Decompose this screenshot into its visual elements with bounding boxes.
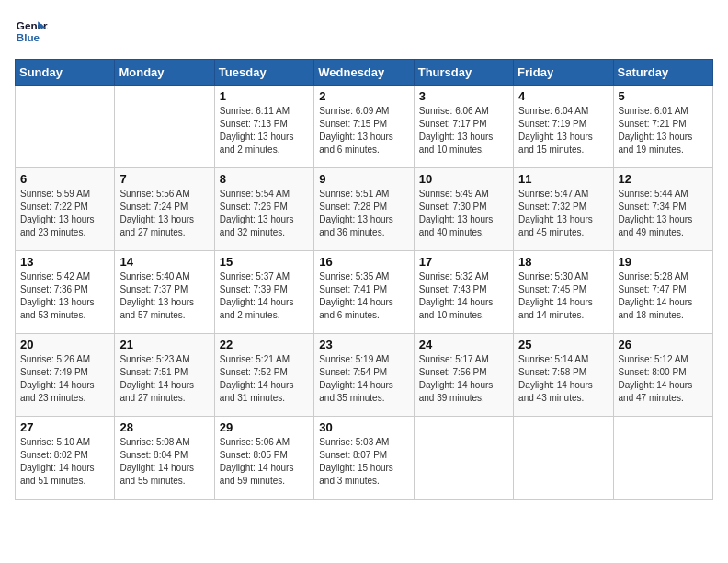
day-number: 3 [419, 89, 508, 103]
day-number: 14 [119, 255, 209, 269]
day-number: 11 [518, 172, 608, 186]
day-number: 26 [619, 338, 708, 351]
day-cell: 28Sunrise: 5:08 AM Sunset: 8:04 PM Dayli… [115, 417, 214, 500]
day-number: 18 [518, 255, 608, 269]
calendar-table: SundayMondayTuesdayWednesdayThursdayFrid… [15, 59, 713, 500]
day-info: Sunrise: 5:03 AM Sunset: 8:07 PM Dayligh… [319, 436, 408, 488]
week-row-1: 1Sunrise: 6:11 AM Sunset: 7:13 PM Daylig… [16, 86, 713, 168]
day-info: Sunrise: 5:56 AM Sunset: 7:24 PM Dayligh… [119, 188, 209, 239]
day-info: Sunrise: 5:42 AM Sunset: 7:36 PM Dayligh… [20, 270, 109, 322]
day-info: Sunrise: 5:47 AM Sunset: 7:32 PM Dayligh… [518, 188, 608, 239]
day-info: Sunrise: 5:40 AM Sunset: 7:37 PM Dayligh… [119, 270, 209, 322]
day-info: Sunrise: 5:59 AM Sunset: 7:22 PM Dayligh… [20, 188, 109, 239]
day-info: Sunrise: 5:51 AM Sunset: 7:28 PM Dayligh… [319, 188, 408, 239]
day-cell: 9Sunrise: 5:51 AM Sunset: 7:28 PM Daylig… [314, 168, 414, 251]
weekday-header-thursday: Thursday [414, 60, 513, 86]
day-number: 24 [419, 338, 508, 351]
day-number: 29 [220, 420, 309, 434]
day-cell: 17Sunrise: 5:32 AM Sunset: 7:43 PM Dayli… [414, 251, 513, 334]
day-info: Sunrise: 5:06 AM Sunset: 8:05 PM Dayligh… [220, 436, 309, 488]
weekday-header-row: SundayMondayTuesdayWednesdayThursdayFrid… [16, 60, 713, 86]
svg-text:General: General [17, 19, 48, 31]
day-info: Sunrise: 6:06 AM Sunset: 7:17 PM Dayligh… [419, 105, 508, 156]
day-cell: 2Sunrise: 6:09 AM Sunset: 7:15 PM Daylig… [314, 86, 414, 168]
day-info: Sunrise: 5:21 AM Sunset: 7:52 PM Dayligh… [220, 353, 309, 405]
day-number: 25 [518, 338, 608, 351]
day-info: Sunrise: 5:54 AM Sunset: 7:26 PM Dayligh… [220, 188, 309, 239]
day-info: Sunrise: 6:11 AM Sunset: 7:13 PM Dayligh… [220, 105, 309, 156]
day-number: 7 [119, 172, 209, 186]
day-info: Sunrise: 5:35 AM Sunset: 7:41 PM Dayligh… [319, 270, 408, 322]
weekday-header-monday: Monday [115, 60, 214, 86]
day-number: 1 [220, 89, 309, 103]
day-number: 21 [119, 338, 209, 351]
weekday-header-wednesday: Wednesday [314, 60, 414, 86]
day-cell: 21Sunrise: 5:23 AM Sunset: 7:51 PM Dayli… [115, 334, 214, 417]
day-number: 15 [220, 255, 309, 269]
day-cell [414, 417, 513, 500]
day-number: 30 [319, 420, 408, 434]
day-cell: 14Sunrise: 5:40 AM Sunset: 7:37 PM Dayli… [115, 251, 214, 334]
day-number: 20 [20, 338, 109, 351]
day-info: Sunrise: 5:10 AM Sunset: 8:02 PM Dayligh… [20, 436, 109, 488]
week-row-2: 6Sunrise: 5:59 AM Sunset: 7:22 PM Daylig… [16, 168, 713, 251]
day-number: 22 [220, 338, 309, 351]
day-info: Sunrise: 6:04 AM Sunset: 7:19 PM Dayligh… [518, 105, 608, 156]
page-header: General Blue [15, 15, 713, 48]
day-info: Sunrise: 5:19 AM Sunset: 7:54 PM Dayligh… [319, 353, 408, 405]
day-number: 8 [220, 172, 309, 186]
day-info: Sunrise: 5:49 AM Sunset: 7:30 PM Dayligh… [419, 188, 508, 239]
week-row-3: 13Sunrise: 5:42 AM Sunset: 7:36 PM Dayli… [16, 251, 713, 334]
day-cell: 3Sunrise: 6:06 AM Sunset: 7:17 PM Daylig… [414, 86, 513, 168]
day-cell: 11Sunrise: 5:47 AM Sunset: 7:32 PM Dayli… [514, 168, 613, 251]
day-number: 5 [619, 89, 708, 103]
day-number: 4 [518, 89, 608, 103]
day-info: Sunrise: 5:08 AM Sunset: 8:04 PM Dayligh… [119, 436, 209, 488]
day-number: 13 [20, 255, 109, 269]
week-row-5: 27Sunrise: 5:10 AM Sunset: 8:02 PM Dayli… [16, 417, 713, 500]
day-number: 28 [119, 420, 209, 434]
day-cell: 16Sunrise: 5:35 AM Sunset: 7:41 PM Dayli… [314, 251, 414, 334]
week-row-4: 20Sunrise: 5:26 AM Sunset: 7:49 PM Dayli… [16, 334, 713, 417]
day-cell: 8Sunrise: 5:54 AM Sunset: 7:26 PM Daylig… [214, 168, 313, 251]
day-cell: 4Sunrise: 6:04 AM Sunset: 7:19 PM Daylig… [514, 86, 613, 168]
day-number: 6 [20, 172, 109, 186]
day-number: 9 [319, 172, 408, 186]
day-info: Sunrise: 6:09 AM Sunset: 7:15 PM Dayligh… [319, 105, 408, 156]
day-number: 17 [419, 255, 508, 269]
day-cell [16, 86, 115, 168]
day-info: Sunrise: 5:17 AM Sunset: 7:56 PM Dayligh… [419, 353, 508, 405]
day-cell: 15Sunrise: 5:37 AM Sunset: 7:39 PM Dayli… [214, 251, 313, 334]
day-cell: 29Sunrise: 5:06 AM Sunset: 8:05 PM Dayli… [214, 417, 313, 500]
day-number: 12 [619, 172, 708, 186]
day-cell: 10Sunrise: 5:49 AM Sunset: 7:30 PM Dayli… [414, 168, 513, 251]
logo: General Blue [15, 15, 51, 48]
day-info: Sunrise: 5:23 AM Sunset: 7:51 PM Dayligh… [119, 353, 209, 405]
day-cell [613, 417, 712, 500]
day-info: Sunrise: 5:26 AM Sunset: 7:49 PM Dayligh… [20, 353, 109, 405]
day-info: Sunrise: 5:37 AM Sunset: 7:39 PM Dayligh… [220, 270, 309, 322]
day-cell: 23Sunrise: 5:19 AM Sunset: 7:54 PM Dayli… [314, 334, 414, 417]
day-info: Sunrise: 5:28 AM Sunset: 7:47 PM Dayligh… [619, 270, 708, 322]
day-cell: 30Sunrise: 5:03 AM Sunset: 8:07 PM Dayli… [314, 417, 414, 500]
logo-icon: General Blue [15, 15, 48, 48]
day-cell: 7Sunrise: 5:56 AM Sunset: 7:24 PM Daylig… [115, 168, 214, 251]
weekday-header-sunday: Sunday [16, 60, 115, 86]
day-info: Sunrise: 5:12 AM Sunset: 8:00 PM Dayligh… [619, 353, 708, 405]
day-cell: 22Sunrise: 5:21 AM Sunset: 7:52 PM Dayli… [214, 334, 313, 417]
svg-text:Blue: Blue [17, 31, 40, 43]
weekday-header-saturday: Saturday [613, 60, 712, 86]
day-cell: 13Sunrise: 5:42 AM Sunset: 7:36 PM Dayli… [16, 251, 115, 334]
day-cell: 27Sunrise: 5:10 AM Sunset: 8:02 PM Dayli… [16, 417, 115, 500]
day-cell [115, 86, 214, 168]
day-info: Sunrise: 5:44 AM Sunset: 7:34 PM Dayligh… [619, 188, 708, 239]
day-info: Sunrise: 5:14 AM Sunset: 7:58 PM Dayligh… [518, 353, 608, 405]
day-cell: 5Sunrise: 6:01 AM Sunset: 7:21 PM Daylig… [613, 86, 712, 168]
day-info: Sunrise: 6:01 AM Sunset: 7:21 PM Dayligh… [619, 105, 708, 156]
day-number: 27 [20, 420, 109, 434]
day-number: 2 [319, 89, 408, 103]
day-cell: 6Sunrise: 5:59 AM Sunset: 7:22 PM Daylig… [16, 168, 115, 251]
day-number: 19 [619, 255, 708, 269]
day-cell: 19Sunrise: 5:28 AM Sunset: 7:47 PM Dayli… [613, 251, 712, 334]
day-info: Sunrise: 5:30 AM Sunset: 7:45 PM Dayligh… [518, 270, 608, 322]
